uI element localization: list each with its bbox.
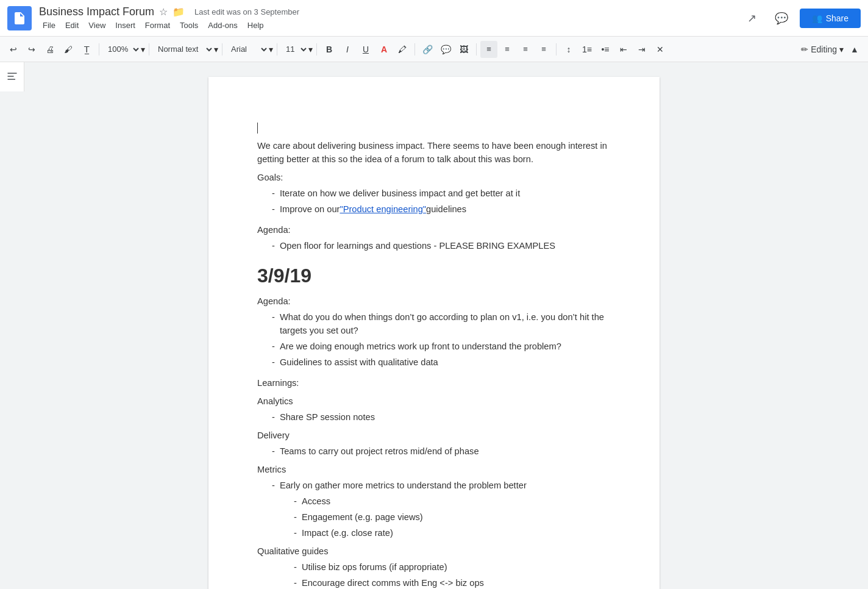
- bullet-dash: -: [272, 410, 275, 424]
- menu-item-file[interactable]: File: [39, 20, 59, 31]
- bullet-dash: -: [272, 310, 275, 337]
- delivery-item-1: - Teams to carry out project retros mid/…: [272, 444, 611, 458]
- font-dropdown[interactable]: Arial ▾: [226, 41, 273, 58]
- analytics-text-1: Share SP session notes: [280, 410, 375, 424]
- bold-button[interactable]: B: [321, 41, 338, 58]
- zoom-dropdown[interactable]: 100% ▾: [103, 41, 145, 58]
- menu-item-help[interactable]: Help: [244, 20, 268, 31]
- clear-format-button[interactable]: T̲: [78, 41, 95, 58]
- star-icon[interactable]: ☆: [159, 6, 168, 18]
- product-engineering-link[interactable]: "Product engineering": [340, 202, 426, 216]
- font-select[interactable]: Arial: [226, 41, 269, 58]
- image-button[interactable]: 🖼: [455, 41, 472, 58]
- divider-5: [316, 43, 317, 55]
- page: We care about delivering business impact…: [208, 77, 660, 589]
- divider-6: [414, 43, 415, 55]
- cursor-paragraph: [257, 121, 611, 134]
- doc-area: We care about delivering business impact…: [0, 62, 868, 589]
- collapse-button[interactable]: ▲: [846, 41, 863, 58]
- text-color-button[interactable]: A: [375, 41, 393, 58]
- agenda-item-1: - Open floor for learnings and questions…: [272, 239, 611, 252]
- agenda2-item-2: - Are we doing enough metrics work up fr…: [272, 340, 611, 353]
- menu-item-format[interactable]: Format: [141, 20, 174, 31]
- svg-rect-2: [7, 79, 15, 80]
- menu-item-view[interactable]: View: [85, 20, 109, 31]
- print-button[interactable]: 🖨: [41, 41, 59, 58]
- size-chevron: ▾: [308, 45, 313, 54]
- sub-bullet-dash: -: [294, 576, 297, 589]
- align-left-button[interactable]: ≡: [480, 41, 497, 58]
- divider-7: [476, 43, 477, 55]
- editing-chevron: ▾: [839, 45, 844, 54]
- divider-1: [99, 43, 99, 55]
- agenda-label: Agenda:: [257, 223, 611, 237]
- folder-icon[interactable]: 📁: [173, 6, 185, 18]
- learnings-label: Learnings:: [257, 376, 611, 390]
- align-justify-button[interactable]: ≡: [535, 41, 552, 58]
- menu-item-add-ons[interactable]: Add-ons: [204, 20, 241, 31]
- menu-item-insert[interactable]: Insert: [112, 20, 139, 31]
- trending-icon-btn[interactable]: ↗: [741, 7, 763, 29]
- align-center-button[interactable]: ≡: [499, 41, 516, 58]
- metrics-text-1: Early on gather more metrics to understa…: [280, 479, 527, 492]
- metrics-sub-item-3: - Impact (e.g. close rate): [294, 526, 611, 540]
- menu-bar: FileEditViewInsertFormatToolsAdd-onsHelp: [39, 20, 741, 31]
- bullet-dash: -: [272, 187, 275, 200]
- agenda2-text-1: What do you do when things don’t go acco…: [280, 310, 611, 337]
- link-button[interactable]: 🔗: [419, 41, 436, 58]
- delivery-label: Delivery: [257, 429, 611, 442]
- font-chevron: ▾: [269, 45, 273, 54]
- comments-icon-btn[interactable]: 💬: [770, 7, 792, 29]
- editing-label: Editing: [811, 45, 837, 54]
- intro-paragraph: We care about delivering business impact…: [257, 139, 611, 166]
- qualitative-text-1: Utilise biz ops forums (if appropriate): [302, 560, 447, 574]
- style-chevron: ▾: [214, 45, 218, 54]
- unordered-list-button[interactable]: •≡: [597, 41, 614, 58]
- highlight-button[interactable]: 🖍: [394, 41, 411, 58]
- goal-item-2: - Improve on our "Product engineering" g…: [272, 202, 611, 216]
- zoom-select[interactable]: 100%: [103, 41, 141, 58]
- sub-bullet-dash: -: [294, 494, 297, 508]
- goals-label: Goals:: [257, 171, 611, 184]
- doc-info: Business Impact Forum ☆ 📁 Last edit was …: [39, 5, 741, 31]
- divider-2: [149, 43, 149, 55]
- agenda2-item-1: - What do you do when things don’t go ac…: [272, 310, 611, 337]
- share-label: Share: [826, 13, 848, 23]
- agenda2-label: Agenda:: [257, 294, 611, 308]
- increase-indent-button[interactable]: ⇥: [633, 41, 650, 58]
- sub-bullet-dash: -: [294, 526, 297, 540]
- style-dropdown[interactable]: Normal text ▾: [153, 41, 218, 58]
- italic-button[interactable]: I: [339, 41, 356, 58]
- divider-8: [556, 43, 557, 55]
- style-select[interactable]: Normal text: [153, 41, 214, 58]
- menu-item-edit[interactable]: Edit: [62, 20, 82, 31]
- redo-button[interactable]: ↪: [23, 41, 40, 58]
- editing-area: ✏ Editing ▾ ▲: [801, 41, 863, 58]
- sub-bullet-dash: -: [294, 560, 297, 574]
- metrics-sub-text-1: Access: [302, 494, 330, 508]
- app-icon: [7, 6, 32, 30]
- decrease-indent-button[interactable]: ⇤: [615, 41, 632, 58]
- underline-button[interactable]: U: [357, 41, 374, 58]
- zoom-chevron: ▾: [141, 45, 145, 54]
- qualitative-label: Qualitative guides: [257, 544, 611, 558]
- clear-formatting-button[interactable]: ✕: [652, 41, 669, 58]
- qualitative-item-2: - Encourage direct comms with Eng <-> bi…: [294, 576, 611, 589]
- menu-item-tools[interactable]: Tools: [176, 20, 202, 31]
- svg-rect-1: [7, 76, 13, 77]
- ordered-list-button[interactable]: 1≡: [578, 41, 596, 58]
- align-right-button[interactable]: ≡: [517, 41, 534, 58]
- line-spacing-button[interactable]: ↕: [560, 41, 577, 58]
- size-dropdown[interactable]: 11 ▾: [281, 41, 313, 58]
- bullet-dash: -: [272, 340, 275, 353]
- bullet-dash: -: [272, 444, 275, 458]
- paint-format-button[interactable]: 🖌: [60, 41, 77, 58]
- size-select[interactable]: 11: [281, 41, 308, 58]
- cursor: [257, 123, 258, 134]
- divider-3: [222, 43, 222, 55]
- undo-button[interactable]: ↩: [5, 41, 22, 58]
- outline-button[interactable]: [2, 67, 22, 87]
- comment-button[interactable]: 💬: [437, 41, 454, 58]
- share-button[interactable]: 👥 Share: [800, 9, 861, 28]
- metrics-sub-text-2: Engagement (e.g. page views): [302, 510, 423, 524]
